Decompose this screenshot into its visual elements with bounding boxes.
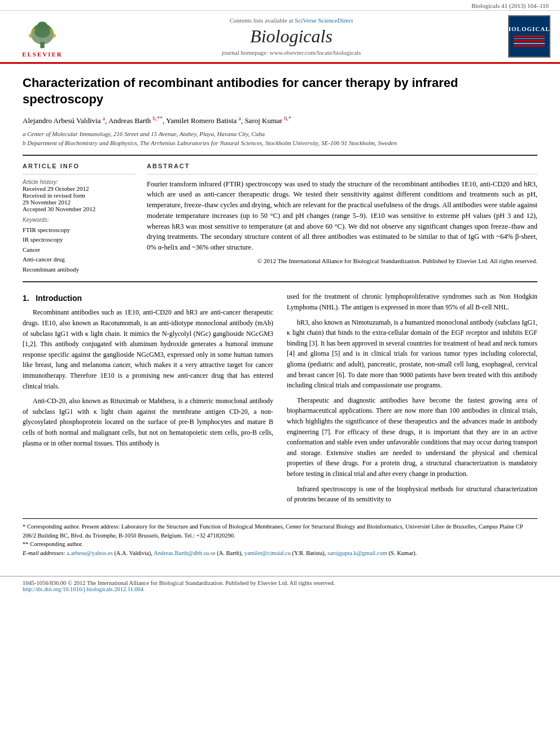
keyword-3: Anti-cancer drug bbox=[23, 255, 135, 265]
affiliations: a Center of Molecular Immunology, 216 St… bbox=[23, 129, 537, 148]
keywords-label: Keywords: bbox=[23, 217, 135, 223]
body-para-r2: Therapeutic and diagnostic antibodies ha… bbox=[287, 395, 537, 479]
svg-point-5 bbox=[52, 33, 56, 37]
elsevier-label: ELSEVIER bbox=[22, 51, 63, 58]
history-label: Article history: bbox=[23, 179, 135, 185]
paper-content: Characterization of recombinant antibodi… bbox=[0, 64, 560, 569]
body-para-r1: hR3, also known as Nimotuzumab, is a hum… bbox=[287, 317, 537, 391]
footer-issn: 1045-1056/836.00 © 2012 The Internationa… bbox=[23, 580, 537, 586]
journal-homepage: journal homepage: www.elsevier.com/locat… bbox=[79, 49, 504, 56]
history-item: Article history: Received 29 October 201… bbox=[23, 179, 135, 212]
keyword-0: FTIR spectroscopy bbox=[23, 225, 135, 235]
elsevier-logo: ELSEVIER bbox=[6, 16, 79, 58]
received-revised-label: Received in revised form bbox=[23, 192, 135, 199]
body-col-left: 1. Introduction Recombinant antibodies s… bbox=[23, 291, 273, 509]
email-link-3[interactable]: yamilet@cimaid.cu bbox=[244, 550, 291, 556]
affiliation-a: a Center of Molecular Immunology, 216 St… bbox=[23, 129, 537, 139]
journal-center: Contents lists available at SciVerse Sci… bbox=[79, 17, 504, 56]
sciverse-link: Contents lists available at SciVerse Sci… bbox=[79, 17, 504, 24]
abstract-heading: ABSTRACT bbox=[147, 163, 537, 169]
keyword-1: IR spectroscopy bbox=[23, 235, 135, 245]
body-col-right: used for the treatment of chronic lympho… bbox=[287, 291, 537, 509]
abstract-text: Fourier transform infrared (FTIR) spectr… bbox=[147, 179, 537, 266]
article-info-heading: ARTICLE INFO bbox=[23, 163, 135, 169]
article-info-column: ARTICLE INFO Article history: Received 2… bbox=[23, 163, 135, 275]
keywords-list: FTIR spectroscopy IR spectroscopy Cancer… bbox=[23, 225, 135, 275]
journal-ref-bar: Biologicals 41 (2013) 104–110 bbox=[0, 0, 560, 11]
abstract-paragraph: Fourier transform infrared (FTIR) spectr… bbox=[147, 179, 537, 253]
article-title: Characterization of recombinant antibodi… bbox=[23, 75, 537, 107]
page-footer: 1045-1056/836.00 © 2012 The Internationa… bbox=[0, 576, 560, 596]
footnote-star: * Corresponding author. Present address:… bbox=[23, 522, 537, 540]
received-revised-date: 29 November 2012 bbox=[23, 199, 135, 206]
footnote-star-star: ** Corresponding author. bbox=[23, 540, 537, 549]
svg-point-3 bbox=[37, 21, 47, 31]
received-value: Received 29 October 2012 bbox=[23, 185, 135, 192]
keyword-2: Cancer bbox=[23, 245, 135, 255]
divider-top bbox=[23, 155, 537, 156]
sciverse-anchor[interactable]: SciVerse ScienceDirect bbox=[295, 17, 353, 24]
section1-number: 1. bbox=[23, 294, 29, 303]
journal-header: ELSEVIER Contents lists available at Sci… bbox=[0, 11, 560, 64]
abstract-column: ABSTRACT Fourier transform infrared (FTI… bbox=[147, 163, 537, 275]
elsevier-tree-icon bbox=[20, 16, 65, 50]
authors: Alejandro Arbesú Valdivia a, Andreas Bar… bbox=[23, 115, 537, 125]
footer-doi: http://dx.doi.org/10.1016/j.biologicals.… bbox=[23, 586, 537, 592]
divider-body bbox=[23, 281, 537, 282]
section1-title: 1. Introduction bbox=[23, 294, 273, 303]
doi-link[interactable]: http://dx.doi.org/10.1016/j.biologicals.… bbox=[23, 586, 143, 592]
body-section: 1. Introduction Recombinant antibodies s… bbox=[23, 291, 537, 509]
email-link-4[interactable]: sarojgupta.k@gmail.com bbox=[327, 550, 387, 556]
body-para-r3: Infrared spectroscopy is one of the biop… bbox=[287, 484, 537, 505]
abstract-divider bbox=[147, 174, 537, 174]
email-link-1[interactable]: a.arbesu@yahoo.es bbox=[67, 550, 112, 556]
keyword-4: Recombinant antibody bbox=[23, 265, 135, 275]
article-info-abstract-section: ARTICLE INFO Article history: Received 2… bbox=[23, 163, 537, 275]
section1-title-text: Introduction bbox=[36, 294, 82, 303]
body-para-1: Anti-CD-20, also known as Rituximab or M… bbox=[23, 396, 273, 448]
body-para-r0: used for the treatment of chronic lympho… bbox=[287, 291, 537, 312]
journal-title-display: Biologicals bbox=[79, 26, 504, 47]
body-col-right-text: used for the treatment of chronic lympho… bbox=[287, 291, 537, 504]
body-para-0: Recombinant antibodies such as 1E10, ant… bbox=[23, 307, 273, 391]
journal-right-logo: BIOLOGICALS bbox=[504, 15, 554, 58]
article-info-divider bbox=[23, 174, 135, 174]
journal-reference: Biologicals 41 (2013) 104–110 bbox=[471, 2, 549, 9]
email-link-2[interactable]: Andreas.Barth@dbb.su.se bbox=[154, 550, 216, 556]
accepted-value: Accepted 30 November 2012 bbox=[23, 206, 135, 212]
affiliation-b: b Department of Biochemistry and Biophys… bbox=[23, 138, 537, 148]
footnotes-section: * Corresponding author. Present address:… bbox=[23, 518, 537, 558]
body-col-left-text: Recombinant antibodies such as 1E10, ant… bbox=[23, 307, 273, 448]
svg-point-4 bbox=[29, 33, 33, 37]
biologicals-badge: BIOLOGICALS bbox=[508, 15, 550, 58]
abstract-copyright: © 2012 The International Alliance for Bi… bbox=[147, 256, 537, 266]
footnote-emails: E-mail addresses: a.arbesu@yahoo.es (A.A… bbox=[23, 549, 537, 558]
svg-point-7 bbox=[50, 29, 53, 32]
svg-point-6 bbox=[32, 29, 36, 32]
